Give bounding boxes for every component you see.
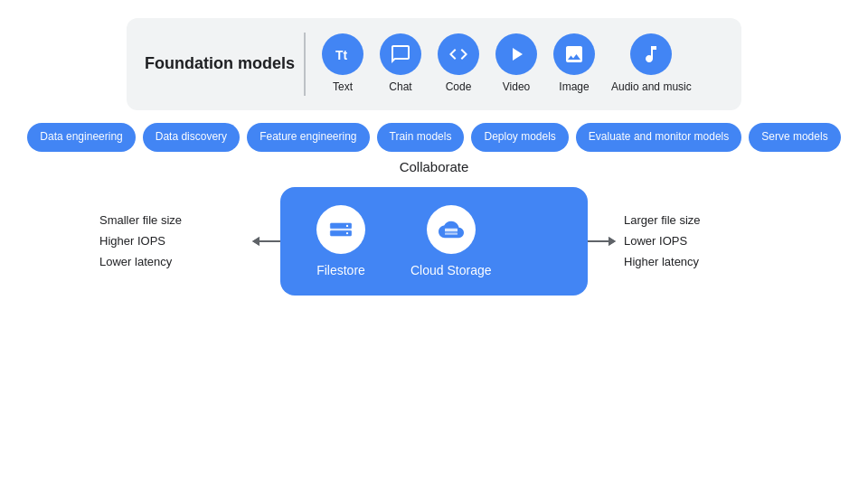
main-container: Foundation models Tt Text Chat: [0, 0, 868, 488]
text-icon: Tt: [332, 43, 354, 65]
btn-evaluate-monitor[interactable]: Evaluate and monitor models: [576, 123, 741, 152]
btn-feature-engineering[interactable]: Feature engineering: [247, 123, 369, 152]
chat-label: Chat: [389, 80, 411, 95]
svg-rect-6: [445, 232, 458, 234]
foundation-icon-chat: Chat: [380, 33, 421, 95]
video-icon-circle: [495, 33, 537, 75]
cloud-storage-icon-circle: [427, 205, 476, 254]
foundation-icon-video: Video: [495, 33, 537, 95]
image-icon-circle: [553, 33, 595, 75]
cloud-storage-label: Cloud Storage: [410, 263, 492, 277]
text-icon-circle: Tt: [322, 33, 363, 75]
foundation-icon-image: Image: [553, 33, 595, 95]
pipeline-section: Data engineering Data discovery Feature …: [27, 123, 840, 152]
right-label-1: Lower IOPS: [624, 234, 687, 248]
left-label-0: Smaller file size: [99, 213, 182, 227]
bottom-section: Smaller file size Higher IOPS Lower late…: [27, 187, 841, 296]
left-label-2: Lower latency: [99, 255, 172, 268]
code-label: Code: [446, 80, 472, 95]
foundation-title: Foundation models: [145, 53, 295, 74]
btn-data-discovery[interactable]: Data discovery: [143, 123, 240, 152]
svg-text:Tt: Tt: [335, 48, 348, 62]
image-icon: [563, 43, 585, 65]
arrow-right: [588, 240, 615, 242]
chat-icon-circle: [380, 33, 421, 75]
filestore-item: Filestore: [316, 205, 365, 277]
storage-box: Filestore Cloud Storage: [280, 187, 588, 296]
btn-serve-models[interactable]: Serve models: [749, 123, 840, 152]
cloud-storage-icon: [439, 217, 464, 242]
foundation-icons: Tt Text Chat: [322, 33, 692, 95]
right-labels: Larger file size Lower IOPS Higher laten…: [624, 213, 769, 268]
audio-label: Audio and music: [611, 80, 692, 95]
foundation-section: Foundation models Tt Text Chat: [127, 18, 741, 110]
btn-deploy-models[interactable]: Deploy models: [471, 123, 568, 152]
audio-icon-circle: [630, 33, 672, 75]
collaborate-label: Collaborate: [400, 159, 469, 174]
video-icon: [505, 43, 527, 65]
filestore-label: Filestore: [316, 263, 365, 277]
foundation-icon-code: Code: [438, 33, 479, 95]
svg-point-3: [346, 224, 348, 226]
code-icon: [448, 43, 469, 65]
right-label-0: Larger file size: [624, 213, 701, 227]
svg-point-4: [346, 232, 348, 234]
left-labels: Smaller file size Higher IOPS Lower late…: [99, 213, 244, 268]
filestore-icon-circle: [316, 205, 365, 254]
cloud-storage-item: Cloud Storage: [410, 205, 492, 277]
foundation-icon-audio: Audio and music: [611, 33, 692, 95]
image-label: Image: [559, 80, 589, 95]
arrow-left: [253, 240, 280, 242]
video-label: Video: [503, 80, 530, 95]
code-icon-circle: [438, 33, 479, 75]
audio-icon: [640, 43, 662, 65]
right-label-2: Higher latency: [624, 255, 699, 268]
chat-icon: [390, 43, 411, 65]
left-label-1: Higher IOPS: [99, 234, 165, 248]
foundation-icon-text: Tt Text: [322, 33, 363, 95]
btn-data-engineering[interactable]: Data engineering: [27, 123, 135, 152]
text-label: Text: [333, 80, 353, 95]
svg-rect-5: [445, 228, 458, 231]
btn-train-models[interactable]: Train models: [377, 123, 465, 152]
foundation-divider: [304, 33, 306, 96]
filestore-icon: [328, 217, 354, 242]
